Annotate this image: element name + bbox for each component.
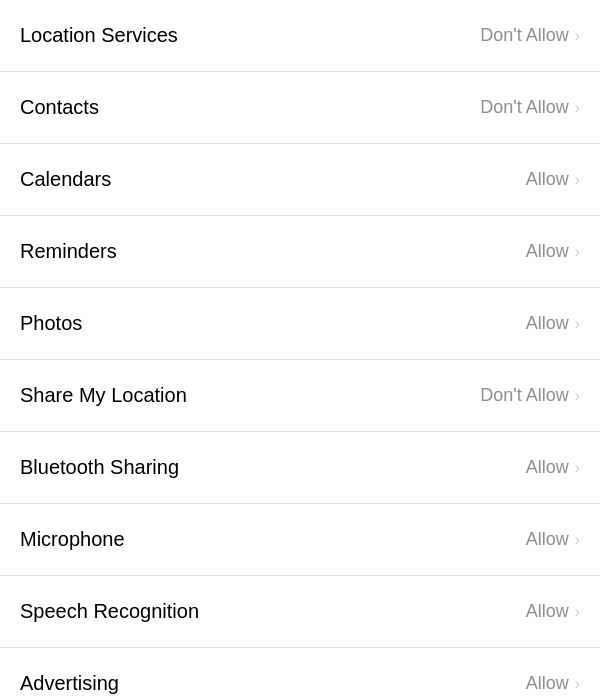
value-speech-recognition: Allow: [526, 601, 569, 622]
label-photos: Photos: [20, 312, 82, 335]
settings-row-location-services[interactable]: Location ServicesDon't Allow›: [0, 0, 600, 72]
value-calendars: Allow: [526, 169, 569, 190]
chevron-icon-share-my-location: ›: [575, 387, 580, 405]
row-right-speech-recognition: Allow›: [526, 601, 580, 622]
chevron-icon-calendars: ›: [575, 171, 580, 189]
settings-row-share-my-location[interactable]: Share My LocationDon't Allow›: [0, 360, 600, 432]
chevron-icon-bluetooth-sharing: ›: [575, 459, 580, 477]
chevron-icon-reminders: ›: [575, 243, 580, 261]
settings-row-speech-recognition[interactable]: Speech RecognitionAllow›: [0, 576, 600, 648]
row-right-reminders: Allow›: [526, 241, 580, 262]
chevron-icon-speech-recognition: ›: [575, 603, 580, 621]
label-bluetooth-sharing: Bluetooth Sharing: [20, 456, 179, 479]
row-right-photos: Allow›: [526, 313, 580, 334]
label-reminders: Reminders: [20, 240, 117, 263]
label-advertising: Advertising: [20, 672, 119, 695]
value-microphone: Allow: [526, 529, 569, 550]
settings-row-bluetooth-sharing[interactable]: Bluetooth SharingAllow›: [0, 432, 600, 504]
row-right-microphone: Allow›: [526, 529, 580, 550]
row-right-share-my-location: Don't Allow›: [480, 385, 580, 406]
chevron-icon-photos: ›: [575, 315, 580, 333]
value-contacts: Don't Allow: [480, 97, 568, 118]
settings-row-reminders[interactable]: RemindersAllow›: [0, 216, 600, 288]
row-right-bluetooth-sharing: Allow›: [526, 457, 580, 478]
label-microphone: Microphone: [20, 528, 125, 551]
chevron-icon-contacts: ›: [575, 99, 580, 117]
chevron-icon-advertising: ›: [575, 675, 580, 693]
row-right-contacts: Don't Allow›: [480, 97, 580, 118]
label-share-my-location: Share My Location: [20, 384, 187, 407]
value-bluetooth-sharing: Allow: [526, 457, 569, 478]
label-calendars: Calendars: [20, 168, 111, 191]
value-share-my-location: Don't Allow: [480, 385, 568, 406]
value-reminders: Allow: [526, 241, 569, 262]
settings-row-advertising[interactable]: AdvertisingAllow›: [0, 648, 600, 700]
chevron-icon-location-services: ›: [575, 27, 580, 45]
settings-list: Location ServicesDon't Allow›ContactsDon…: [0, 0, 600, 700]
label-speech-recognition: Speech Recognition: [20, 600, 199, 623]
row-right-calendars: Allow›: [526, 169, 580, 190]
settings-row-photos[interactable]: PhotosAllow›: [0, 288, 600, 360]
settings-row-calendars[interactable]: CalendarsAllow›: [0, 144, 600, 216]
row-right-location-services: Don't Allow›: [480, 25, 580, 46]
label-location-services: Location Services: [20, 24, 178, 47]
settings-row-contacts[interactable]: ContactsDon't Allow›: [0, 72, 600, 144]
value-location-services: Don't Allow: [480, 25, 568, 46]
value-photos: Allow: [526, 313, 569, 334]
row-right-advertising: Allow›: [526, 673, 580, 694]
value-advertising: Allow: [526, 673, 569, 694]
chevron-icon-microphone: ›: [575, 531, 580, 549]
settings-row-microphone[interactable]: MicrophoneAllow›: [0, 504, 600, 576]
label-contacts: Contacts: [20, 96, 99, 119]
